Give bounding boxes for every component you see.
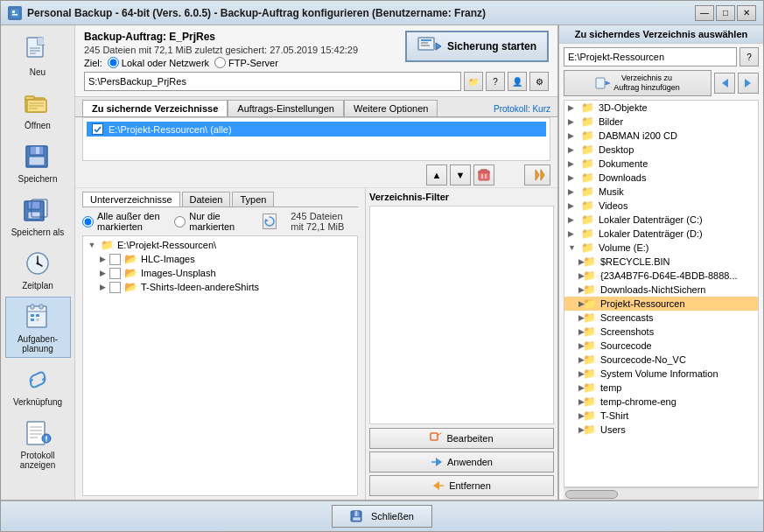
right-tree-item-musik[interactable]: ▶📁Musik (564, 185, 758, 199)
entfernen-button[interactable]: Entfernen (369, 475, 554, 496)
subtab-dateien[interactable]: Dateien (182, 192, 231, 206)
subtab-typen[interactable]: Typen (232, 192, 274, 206)
right-tree-item-users[interactable]: ▶📁Users (564, 423, 758, 437)
right-tree-item-volume--e--[interactable]: ▼📁Volume (E:) (564, 241, 758, 255)
sidebar-item-aufgabenplanung[interactable]: Aufgaben-planung (5, 297, 71, 358)
radio-only-marked[interactable]: Nur die markierten (174, 211, 235, 232)
goal-local-radio[interactable] (108, 57, 119, 68)
sidebar-item-protokoll[interactable]: Protokollanzeigen (5, 413, 71, 474)
tree-item-images-expand[interactable]: ▶ (97, 268, 108, 278)
right-tree-item-downloads[interactable]: ▶📁Downloads (564, 171, 758, 185)
folder-icon: 📁 (583, 340, 596, 352)
right-tree-item-bilder[interactable]: ▶📁Bilder (564, 115, 758, 129)
path-settings-button[interactable]: ⚙ (529, 72, 549, 91)
path-user-button[interactable]: 👤 (508, 72, 527, 91)
tree-item-tshirts: ▶ 📂 T-Shirts-Ideen-andereShirts (85, 280, 355, 294)
right-tree-item--recycle-bin[interactable]: ▶📁$RECYCLE.BIN (564, 255, 758, 269)
close-button[interactable]: Schließen (332, 505, 432, 528)
tree-item-tshirts-checkbox[interactable] (109, 282, 121, 293)
right-tree-item-system-volume-information[interactable]: ▶📁System Volume Information (564, 367, 758, 381)
sidebar-item-neu[interactable]: Neu (5, 30, 71, 81)
path-help-button[interactable]: ? (486, 72, 505, 91)
speichern-als-icon (20, 194, 55, 226)
right-tree-item-sourcecode-no-vc[interactable]: ▶📁Sourcecode-No_VC (564, 353, 758, 367)
right-tree-item-temp-chrome-eng[interactable]: ▶📁temp-chrome-eng (564, 395, 758, 409)
app-icon (8, 6, 22, 20)
right-tree-item-projekt-ressourcen[interactable]: ▶📁Projekt-Ressourcen (564, 297, 758, 311)
minimize-button[interactable]: — (695, 5, 714, 21)
protocol-link[interactable]: Protokoll: Kurz (494, 104, 550, 116)
sidebar-item-speichern-label: Speichern (18, 174, 57, 184)
top-section: Backup-Auftrag: E_PrjRes 245 Dateien mit… (75, 25, 557, 97)
right-tree-item-3d-objekte[interactable]: ▶📁3D-Objekte (564, 101, 758, 115)
right-tree-item-lokaler-datentr-ger--d--[interactable]: ▶📁Lokaler Datenträger (D:) (564, 227, 758, 241)
sidebar-item-oeffnen-label: Öffnen (25, 121, 51, 130)
right-tree-item-lokaler-datentr-ger--c--[interactable]: ▶📁Lokaler Datenträger (C:) (564, 213, 758, 227)
radio-row: Alle außer den markierten Nur die markie… (82, 211, 358, 232)
subtab-unterverzeichnisse[interactable]: Unterverzeichnisse (82, 192, 180, 206)
sidebar-item-zeitplan[interactable]: Zeitplan (5, 243, 71, 295)
sort-down-button[interactable]: ▼ (450, 164, 471, 186)
sidebar-item-oeffnen[interactable]: Öffnen (5, 83, 71, 135)
tree-item-tshirts-expand[interactable]: ▶ (97, 282, 108, 292)
path-input[interactable] (84, 72, 461, 91)
right-tree-item-downloads-nichtsichern[interactable]: ▶📁Downloads-NichtSichern (564, 283, 758, 297)
radio-only-marked-input[interactable] (174, 216, 186, 228)
selected-dir-label: E:\Projekt-Ressourcen\ (alle) (109, 124, 232, 135)
right-tree-item-videos[interactable]: ▶📁Videos (564, 199, 758, 213)
file-count: 245 Dateien mit 72,1 MiB (291, 211, 358, 232)
backup-start-button[interactable]: Sicherung starten (405, 31, 549, 62)
right-panel-title: Zu sicherndes Verzeichnis auswählen (559, 25, 763, 44)
file-count-label: 245 Dateien mit 72,1 MiB (291, 211, 358, 232)
svg-rect-43 (421, 39, 431, 41)
add-dir-button[interactable] (524, 164, 550, 186)
sidebar-item-verknuepfung[interactable]: Verknüpfung (5, 360, 71, 411)
right-tree-item-temp[interactable]: ▶📁temp (564, 381, 758, 395)
sidebar-item-speichern-als[interactable]: Speichern als (5, 190, 71, 242)
add-to-job-button[interactable]: Verzeichnis zuAuftrag hinzufügen (564, 70, 711, 96)
bottom-bar: Schließen (1, 500, 763, 531)
folder-icon: 📁 (581, 102, 594, 114)
right-path-input[interactable] (564, 47, 737, 66)
tree-item-hlc-folder-icon: 📂 (124, 253, 137, 265)
goal-ftp-option[interactable]: FTP-Server (214, 57, 278, 68)
right-tree-item-desktop[interactable]: ▶📁Desktop (564, 143, 758, 157)
tree-item-images-label: Images-Unsplash (141, 268, 216, 278)
right-tree-item-dokumente[interactable]: ▶📁Dokumente (564, 157, 758, 171)
anwenden-button[interactable]: Anwenden (369, 452, 554, 472)
path-browse-button[interactable]: 📁 (464, 72, 483, 91)
folder-icon: 📁 (581, 144, 594, 156)
goal-local-option[interactable]: Lokal oder Netzwerk (108, 57, 209, 68)
goal-ftp-radio[interactable] (214, 57, 226, 68)
right-tree-item-screencasts[interactable]: ▶📁Screencasts (564, 311, 758, 325)
tree-item-images-checkbox[interactable] (109, 268, 121, 279)
remove-dir-button[interactable] (473, 164, 494, 186)
right-nav-right-button[interactable] (738, 73, 759, 94)
refresh-button[interactable] (263, 214, 277, 229)
dir-checkbox[interactable] (92, 123, 103, 135)
tree-root-expand[interactable]: ▼ (87, 240, 97, 250)
bearbeiten-label: Bearbeiten (446, 433, 493, 444)
bearbeiten-button[interactable]: Bearbeiten (369, 428, 554, 449)
radio-all-except[interactable]: Alle außer den markierten (82, 211, 160, 232)
tab-einstellungen[interactable]: Auftrags-Einstellungen (228, 100, 344, 116)
radio-all-except-input[interactable] (82, 216, 94, 228)
maximize-button[interactable]: □ (716, 5, 735, 21)
right-nav-left-button[interactable] (714, 73, 735, 94)
svg-rect-68 (353, 517, 361, 521)
tab-optionen[interactable]: Weitere Optionen (344, 100, 438, 116)
sort-up-button[interactable]: ▲ (426, 164, 447, 186)
right-tree-item-sourcecode[interactable]: ▶📁Sourcecode (564, 339, 758, 353)
right-help-button[interactable]: ? (739, 47, 759, 66)
right-tree-item-screenshots[interactable]: ▶📁Screenshots (564, 325, 758, 339)
right-tree-item-t-shirt[interactable]: ▶📁T-Shirt (564, 409, 758, 423)
sidebar-item-speichern[interactable]: Speichern (5, 136, 71, 188)
right-tree-item--23a4b7f6-d64e-4bdb-8888---[interactable]: ▶📁{23A4B7F6-D64E-4BDB-8888... (564, 269, 758, 283)
tree-item-images: ▶ 📂 Images-Unsplash (85, 266, 355, 280)
close-button[interactable]: ✕ (737, 5, 756, 21)
tree-item-hlc-expand[interactable]: ▶ (97, 254, 108, 264)
right-tree-item-dabman-i200-cd[interactable]: ▶📁DABMAN i200 CD (564, 129, 758, 143)
tab-verzeichnisse[interactable]: Zu sichernde Verzeichnisse (82, 100, 228, 116)
tree-item-hlc-checkbox[interactable] (109, 254, 121, 265)
right-tree-scrollbar-h[interactable] (564, 487, 759, 500)
